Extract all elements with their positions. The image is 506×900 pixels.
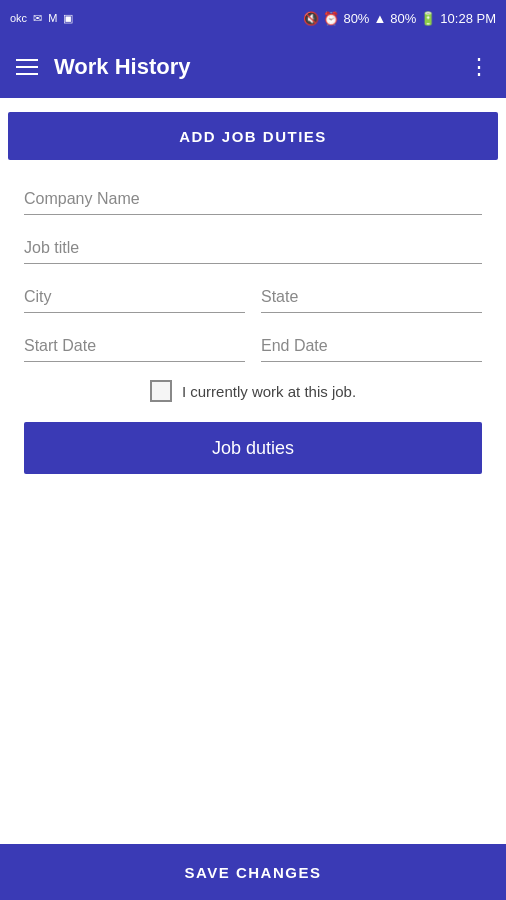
- job-title-input[interactable]: [24, 233, 482, 264]
- page-title: Work History: [54, 54, 191, 80]
- company-name-input[interactable]: [24, 184, 482, 215]
- company-name-field: [24, 184, 482, 215]
- okc-icon: okc: [10, 12, 27, 24]
- app-bar-left: Work History: [16, 54, 191, 80]
- alarm-icon: ⏰: [323, 11, 339, 26]
- time-display: 10:28 PM: [440, 11, 496, 26]
- status-icons-left: okc ✉ M ▣: [10, 12, 73, 25]
- state-field: [261, 282, 482, 313]
- city-field: [24, 282, 245, 313]
- city-input[interactable]: [24, 282, 245, 313]
- save-changes-button[interactable]: SAVE CHANGES: [0, 844, 506, 900]
- status-bar: okc ✉ M ▣ 🔇 ⏰ 80% ▲ 80% 🔋 10:28 PM: [0, 0, 506, 36]
- network-type: 80%: [343, 11, 369, 26]
- more-options-button[interactable]: ⋮: [468, 54, 490, 80]
- current-job-row: I currently work at this job.: [24, 380, 482, 402]
- date-row: [24, 331, 482, 362]
- current-job-label: I currently work at this job.: [182, 383, 356, 400]
- status-icons-right: 🔇 ⏰ 80% ▲ 80% 🔋 10:28 PM: [303, 11, 496, 26]
- job-title-field: [24, 233, 482, 264]
- signal-icon: ▲: [373, 11, 386, 26]
- city-state-row: [24, 282, 482, 313]
- end-date-field: [261, 331, 482, 362]
- current-job-checkbox[interactable]: [150, 380, 172, 402]
- podcast-icon: ▣: [63, 12, 73, 25]
- hamburger-menu-button[interactable]: [16, 59, 38, 75]
- gmail-icon: M: [48, 12, 57, 24]
- app-bar: Work History ⋮: [0, 36, 506, 98]
- hamburger-line: [16, 73, 38, 75]
- start-date-field: [24, 331, 245, 362]
- end-date-input[interactable]: [261, 331, 482, 362]
- state-input[interactable]: [261, 282, 482, 313]
- job-duties-button[interactable]: Job duties: [24, 422, 482, 474]
- email-icon: ✉: [33, 12, 42, 25]
- form-area: I currently work at this job. Job duties: [0, 174, 506, 474]
- add-job-duties-button[interactable]: ADD JOB DUTIES: [8, 112, 498, 160]
- battery-icon: 🔋: [420, 11, 436, 26]
- hamburger-line: [16, 66, 38, 68]
- hamburger-line: [16, 59, 38, 61]
- start-date-input[interactable]: [24, 331, 245, 362]
- battery-percent: 80%: [390, 11, 416, 26]
- mute-icon: 🔇: [303, 11, 319, 26]
